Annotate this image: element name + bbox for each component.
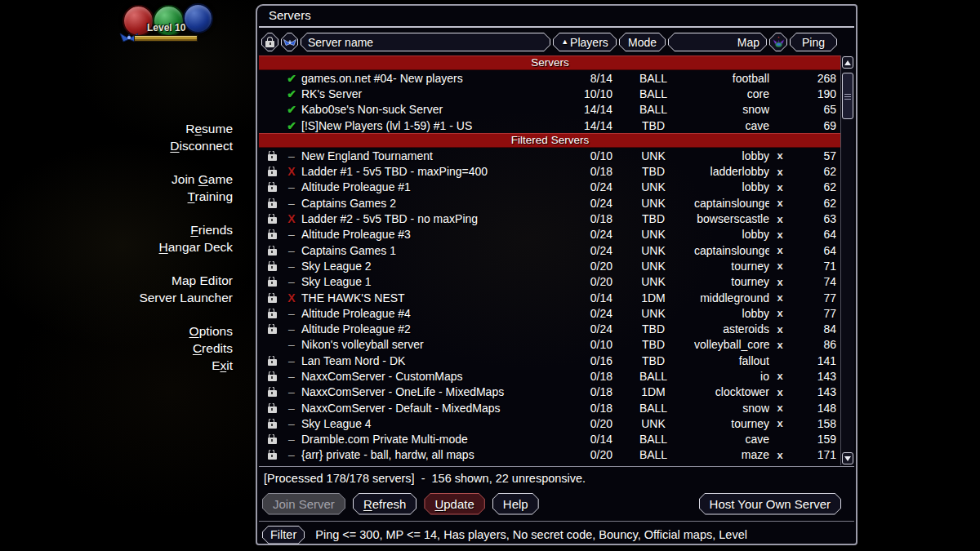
main-menu: ResumeDisconnectJoin GameTrainingFriends… xyxy=(0,121,234,391)
server-ping: 143 xyxy=(791,385,836,398)
table-row[interactable]: – NaxxComServer - OneLife - MixedMaps 0/… xyxy=(259,384,841,400)
menu-item-credits[interactable]: Credits xyxy=(0,340,233,358)
server-players: 0/14 xyxy=(555,433,612,446)
server-map-flag: x xyxy=(769,229,791,241)
server-players: 0/20 xyxy=(555,275,612,288)
server-map-flag: x xyxy=(769,291,791,304)
table-row[interactable]: – Lan Team Nord - DK 0/16 TBD fallout 14… xyxy=(259,353,841,368)
table-row[interactable]: – Sky League 4 0/20 UNK tourney x 158 xyxy=(259,415,841,431)
column-ping[interactable]: Ping xyxy=(790,33,837,51)
server-map-flag: x xyxy=(769,307,791,319)
server-name: NaxxComServer - OneLife - MixedMaps xyxy=(301,385,555,398)
server-ping: 62 xyxy=(791,180,836,193)
column-rank-button[interactable] xyxy=(281,33,298,51)
host-your-own-server-button[interactable]: Host Your Own Server xyxy=(699,493,841,515)
server-map: middleground xyxy=(694,291,769,304)
server-name: Sky League 2 xyxy=(301,260,555,273)
table-row[interactable]: – Altitude Proleague #1 0/24 UNK lobby x… xyxy=(259,180,841,195)
server-ping: 148 xyxy=(791,402,836,415)
menu-item-options[interactable]: Options xyxy=(0,323,233,340)
table-row[interactable]: – Captains Games 2 0/24 UNK captainsloun… xyxy=(259,195,841,211)
menu-item-hangar-deck[interactable]: Hangar Deck xyxy=(0,239,233,256)
row-status-icon: – xyxy=(282,260,301,273)
server-ping: 63 xyxy=(791,212,836,225)
server-map-flag: x xyxy=(769,370,791,382)
menu-item-resume[interactable]: Resume xyxy=(0,121,233,138)
lock-icon xyxy=(268,438,277,444)
table-row[interactable]: – Altitude Proleague #3 0/24 UNK lobby x… xyxy=(259,227,841,242)
column-server-name[interactable]: Server name xyxy=(301,33,550,51)
menu-item-map-editor[interactable]: Map Editor xyxy=(0,273,233,290)
table-row[interactable]: X Ladder #2 - 5v5 TBD - no maxPing 0/18 … xyxy=(259,211,841,226)
column-lock-button[interactable] xyxy=(261,33,278,51)
scroll-down-button[interactable] xyxy=(842,452,853,464)
menu-group: Map EditorServer Launcher xyxy=(0,273,233,306)
lock-icon xyxy=(268,327,277,334)
table-row[interactable]: – Sky League 2 0/20 UNK tourney x 71 xyxy=(259,258,841,273)
column-official-button[interactable] xyxy=(769,33,787,51)
server-mode: UNK xyxy=(612,417,694,430)
update-label: Update xyxy=(425,494,483,514)
table-row[interactable]: – Sky League 1 0/20 UNK tourney x 74 xyxy=(259,274,841,290)
table-row[interactable]: ✔ RK's Server 10/10 BALL core 190 xyxy=(259,86,841,101)
menu-item-server-launcher[interactable]: Server Launcher xyxy=(0,290,233,307)
table-row[interactable]: X THE HAWK'S NEST 0/14 1DM middleground … xyxy=(259,290,841,305)
server-map: maze xyxy=(694,448,769,461)
sort-asc-icon: ▲ xyxy=(561,38,568,46)
menu-item-friends[interactable]: Friends xyxy=(0,222,233,239)
server-map-flag: x xyxy=(769,149,791,162)
table-row[interactable]: – {arr} private - ball, hardw, all maps … xyxy=(259,447,841,463)
table-row[interactable]: – New England Tournament 0/10 UNK lobby … xyxy=(259,148,841,163)
server-players: 0/10 xyxy=(555,149,612,162)
table-row[interactable]: – Altitude Proleague #4 0/24 UNK lobby x… xyxy=(259,305,841,321)
table-row[interactable]: – NaxxComServer - Default - MixedMaps 0/… xyxy=(259,400,841,415)
table-row[interactable]: – Altitude Proleague #2 0/24 TBD asteroi… xyxy=(259,321,841,336)
server-map: snow xyxy=(694,103,769,116)
server-ping: 86 xyxy=(791,338,836,351)
menu-item-join-game[interactable]: Join Game xyxy=(0,171,233,189)
server-mode: UNK xyxy=(612,307,694,320)
table-row[interactable]: – Nikon's volleyball server 0/10 TBD vol… xyxy=(259,337,841,353)
server-map: snow xyxy=(694,402,769,415)
row-status-icon: – xyxy=(282,307,301,320)
column-mode[interactable]: Mode xyxy=(619,33,666,51)
server-map: clocktower xyxy=(694,385,769,398)
update-button[interactable]: Update xyxy=(424,493,484,515)
menu-item-disconnect[interactable]: Disconnect xyxy=(0,138,233,155)
host-label: Host Your Own Server xyxy=(700,494,840,514)
table-row[interactable]: ✔ Kabo0se's Non-suck Server 14/14 BALL s… xyxy=(259,102,841,118)
table-row[interactable]: – Captains Games 1 0/24 UNK captainsloun… xyxy=(259,242,841,258)
table-row[interactable]: ✔ games.on.net #04- New players 8/14 BAL… xyxy=(259,70,841,86)
refresh-button[interactable]: Refresh xyxy=(353,493,417,515)
server-map-flag: x xyxy=(769,197,791,209)
join-server-button[interactable]: Join Server xyxy=(262,493,345,515)
server-ping: 159 xyxy=(791,433,836,446)
server-name: RK's Server xyxy=(301,87,555,100)
scroll-up-button[interactable] xyxy=(842,56,853,69)
servers-window: Servers Server name ▲Players Mode Map xyxy=(256,4,858,545)
help-button[interactable]: Help xyxy=(492,493,539,515)
table-row[interactable]: – NaxxComServer - CustomMaps 0/18 BALL i… xyxy=(259,368,841,384)
menu-item-training[interactable]: Training xyxy=(0,189,233,206)
scrollbar[interactable] xyxy=(840,56,854,465)
server-players: 14/14 xyxy=(555,103,612,116)
column-map[interactable]: Map xyxy=(668,33,767,51)
filter-button[interactable]: Filter xyxy=(262,526,305,544)
server-mode: BALL xyxy=(612,448,694,461)
server-mode: TBD xyxy=(612,119,694,132)
server-ping: 74 xyxy=(791,275,836,288)
column-players[interactable]: ▲Players xyxy=(553,33,617,51)
menu-group: Join GameTraining xyxy=(0,171,233,205)
row-status-icon: – xyxy=(282,433,301,446)
table-row[interactable]: – Dramble.com Private Multi-mode 0/14 BA… xyxy=(259,432,841,447)
server-name: Altitude Proleague #1 xyxy=(301,180,555,193)
table-row[interactable]: X Ladder #1 - 5v5 TBD - maxPing=400 0/18… xyxy=(259,163,841,179)
scrollbar-thumb[interactable] xyxy=(842,73,853,119)
column-map-label: Map xyxy=(669,33,766,51)
server-map: cave xyxy=(694,433,769,446)
table-header: Server name ▲Players Mode Map Ping xyxy=(260,30,853,54)
table-row[interactable]: ✔ [!S]New Players (lvl 1-59) #1 - US 14/… xyxy=(259,118,841,133)
server-players: 0/18 xyxy=(555,385,612,398)
lock-icon xyxy=(268,375,277,381)
menu-item-exit[interactable]: Exit xyxy=(0,358,233,375)
